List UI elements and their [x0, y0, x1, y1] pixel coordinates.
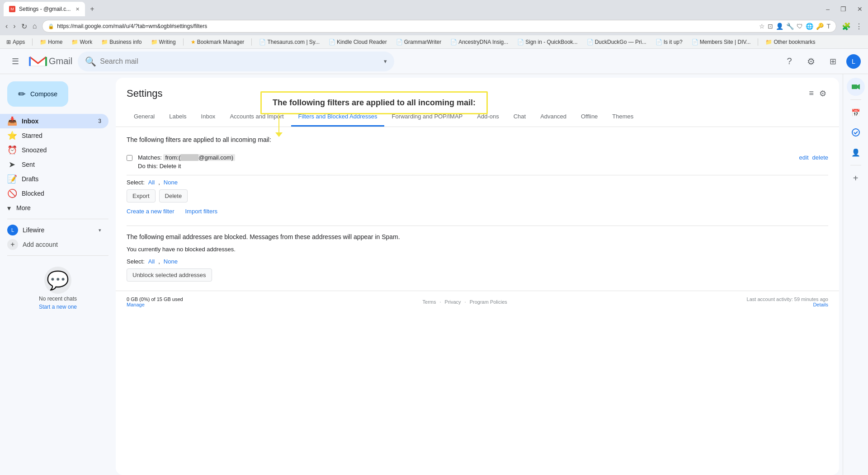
maximize-button[interactable]: ❐ [835, 0, 852, 18]
close-button[interactable]: ✕ [852, 0, 868, 18]
calendar-icon-btn[interactable]: 📅 [847, 103, 865, 122]
activity-details-link[interactable]: Details [813, 302, 828, 307]
tab-accounts-import[interactable]: Accounts and Import [222, 108, 291, 127]
program-policies-link[interactable]: Program Policies [470, 299, 507, 305]
meet-icon[interactable] [847, 78, 865, 96]
ad-block-icon[interactable]: 🛡 [797, 23, 803, 30]
browser-tab[interactable]: M Settings - @gmail.c... ✕ [4, 2, 85, 16]
account-icon[interactable]: 👤 [776, 23, 783, 30]
close-tab-button[interactable]: ✕ [75, 6, 80, 12]
import-filters-link[interactable]: Import filters [185, 208, 218, 215]
sidebar-item-blocked[interactable]: 🚫 Blocked [0, 186, 108, 201]
extensions-icon[interactable]: 🔧 [786, 23, 794, 30]
extensions-menu-button[interactable]: 🧩 [840, 20, 853, 33]
sidebar-item-sent[interactable]: ➤ Sent [0, 157, 108, 172]
bookmark-ancestry[interactable]: 📄 AncestryDNA Insig... [448, 38, 511, 46]
bookmark-work[interactable]: 📁 Work [69, 38, 95, 46]
tab-filters-blocked[interactable]: Filters and Blocked Addresses [291, 108, 385, 127]
select-all-link[interactable]: All [148, 179, 155, 186]
settings-button[interactable]: ⚙ [803, 53, 819, 70]
back-button[interactable]: ‹ [4, 20, 9, 32]
tab-forwarding-pop[interactable]: Forwarding and POP/IMAP [384, 108, 470, 127]
tab-offline[interactable]: Offline [574, 108, 605, 127]
bookmark-kindle[interactable]: 📄 Kindle Cloud Reader [326, 38, 390, 46]
snoozed-icon: ⏰ [7, 145, 16, 155]
sidebar-item-snoozed[interactable]: ⏰ Snoozed [0, 143, 108, 157]
apps-bookmarks-button[interactable]: ⊞ Apps [4, 38, 28, 46]
sidebar-item-inbox[interactable]: 📥 Inbox 3 [0, 114, 108, 128]
tab-chat[interactable]: Chat [506, 108, 533, 127]
bookmark-manager[interactable]: ★ Bookmark Manager [188, 38, 247, 46]
reload-button[interactable]: ↻ [19, 20, 29, 33]
blocked-select-all-link[interactable]: All [148, 258, 155, 265]
compose-button[interactable]: ✏ Compose [7, 81, 68, 107]
password-icon[interactable]: 🔑 [816, 23, 824, 30]
drafts-icon: 📝 [7, 174, 16, 184]
bookmark-thesaurus[interactable]: 📄 Thesaurus.com | Sy... [256, 38, 322, 46]
start-new-chat-link[interactable]: Start a new one [39, 304, 77, 310]
bookmarks-separator [32, 38, 33, 46]
apps-button[interactable]: ⊞ [825, 53, 841, 70]
translate-icon[interactable]: T [826, 23, 830, 30]
manage-storage-link[interactable]: Manage [127, 302, 145, 307]
vpn-icon[interactable]: 🌐 [806, 23, 813, 30]
tab-themes[interactable]: Themes [605, 108, 641, 127]
address-bar[interactable]: 🔒 https://mail.google.com/mail/u/4/?tab=… [42, 20, 836, 33]
right-panel: 📅 👤 + [843, 74, 868, 475]
settings-gear-icon[interactable]: ⚙ [817, 87, 828, 100]
hamburger-menu-button[interactable]: ☰ [7, 53, 24, 70]
create-filter-link[interactable]: Create a new filter [127, 208, 175, 215]
bookmark-star-icon[interactable]: ☆ [759, 23, 765, 30]
bookmark-home[interactable]: 📁 Home [37, 38, 65, 46]
bookmark-business[interactable]: 📁 Business info [99, 38, 144, 46]
favicon-icon: 📄 [656, 39, 662, 45]
bookmark-masterwriter[interactable]: 📄 GrammarWriter [393, 38, 444, 46]
footer-dot-1: · [439, 299, 441, 305]
blocked-select-none-link[interactable]: None [164, 258, 178, 265]
bookmark-writing[interactable]: 📁 Writing [148, 38, 179, 46]
filter-email: from:(@gmail.com) [163, 154, 235, 161]
minimize-button[interactable]: – [821, 0, 835, 18]
browser-menu-button[interactable]: ⋮ [854, 20, 864, 33]
terms-link[interactable]: Terms [423, 299, 436, 305]
forward-button[interactable]: › [11, 20, 17, 32]
search-dropdown-icon[interactable]: ▾ [384, 58, 387, 65]
avatar[interactable]: L [846, 54, 861, 69]
bookmark-quickbooks[interactable]: 📄 Sign in - QuickBook... [514, 38, 580, 46]
unblock-button[interactable]: Unblock selected addresses [127, 268, 212, 282]
tab-general[interactable]: General [127, 108, 162, 127]
bookmark-duckduckgo[interactable]: 📄 DuckDuckGo — Pri... [584, 38, 649, 46]
filter-delete-link[interactable]: delete [812, 154, 828, 161]
footer-activity: Last account activity: 59 minutes ago De… [747, 296, 828, 307]
search-bar[interactable]: 🔍 ▾ [78, 52, 394, 71]
sidebar-item-drafts[interactable]: 📝 Drafts [0, 172, 108, 186]
add-icon-btn[interactable]: + [847, 169, 865, 187]
search-input[interactable] [100, 57, 380, 66]
filter-edit-link[interactable]: edit [799, 154, 809, 161]
svg-rect-0 [852, 85, 857, 89]
tasks-icon-btn[interactable] [847, 123, 865, 141]
bookmark-members[interactable]: 📄 Members Site | DIV... [689, 38, 754, 46]
tab-labels[interactable]: Labels [162, 108, 193, 127]
bookmark-other[interactable]: 📁 Other bookmarks [763, 38, 818, 46]
tab-addons[interactable]: Add-ons [470, 108, 506, 127]
export-button[interactable]: Export [127, 189, 156, 202]
new-tab-button[interactable]: + [87, 4, 98, 14]
contacts-icon-btn[interactable]: 👤 [847, 143, 865, 161]
delete-button[interactable]: Delete [159, 189, 188, 202]
add-account-button[interactable]: + Add account [0, 237, 108, 252]
sidebar-account[interactable]: L Lifewire ▾ [0, 223, 108, 237]
tab-inbox[interactable]: Inbox [194, 108, 223, 127]
bookmark-isitup[interactable]: 📄 Is it up? [653, 38, 685, 46]
sidebar-item-starred[interactable]: ⭐ Starred [0, 128, 108, 143]
home-button[interactable]: ⌂ [31, 20, 39, 32]
favicon-icon: 📄 [692, 39, 698, 45]
sidebar-more-button[interactable]: ▾ More [0, 201, 108, 215]
help-button[interactable]: ? [781, 53, 797, 70]
select-none-link[interactable]: None [164, 179, 178, 186]
reader-mode-icon[interactable]: ⊡ [768, 23, 773, 30]
privacy-link[interactable]: Privacy [445, 299, 461, 305]
tab-advanced[interactable]: Advanced [533, 108, 574, 127]
settings-list-view-icon[interactable]: ≡ [807, 87, 816, 100]
filter-checkbox[interactable] [127, 155, 132, 161]
